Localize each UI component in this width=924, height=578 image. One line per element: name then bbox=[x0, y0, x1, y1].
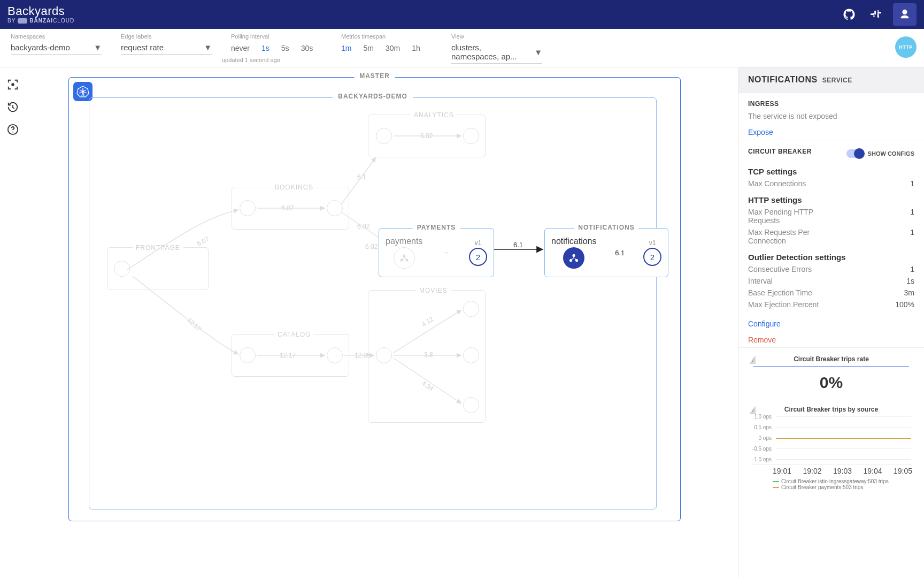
chevron-down-icon: ▼ bbox=[94, 43, 102, 52]
chart-x-ticks: 19:0119:0219:0319:0419:05 bbox=[773, 467, 912, 475]
chart-title: Circuit Breaker trips rate bbox=[748, 355, 914, 363]
brand-sub: BY BANZAICLOUD bbox=[7, 18, 74, 24]
version-label: v1 bbox=[475, 239, 482, 247]
chart-plot-area: 1.0 ops 0.5 ops 0 ops -0.5 ops -1.0 ops bbox=[751, 416, 911, 465]
panel-header: NOTIFICATIONS SERVICE bbox=[738, 67, 924, 93]
service-card-notifications[interactable]: NOTIFICATIONS notifications 6.1 v1 2 bbox=[544, 228, 668, 277]
svg-point-26 bbox=[573, 255, 575, 257]
view-select[interactable]: clusters, namespaces, ap...▼ bbox=[451, 41, 542, 64]
table-row: Consecutive Errors1 bbox=[748, 265, 914, 273]
pipeline-icon bbox=[18, 18, 27, 24]
details-panel: NOTIFICATIONS SERVICE INGRESS The servic… bbox=[738, 67, 924, 578]
tcp-settings-heading: TCP settings bbox=[748, 167, 914, 176]
service-name: payments bbox=[386, 237, 422, 246]
table-row: Base Ejection Time3m bbox=[748, 288, 914, 297]
table-row: Interval1s bbox=[748, 277, 914, 285]
ingress-heading: INGRESS bbox=[748, 100, 914, 108]
expose-link[interactable]: Expose bbox=[748, 128, 773, 136]
namespaces-label: Namespaces bbox=[11, 33, 102, 40]
version-label: v1 bbox=[649, 239, 656, 247]
remove-link[interactable]: Remove bbox=[748, 336, 776, 344]
slack-icon[interactable] bbox=[866, 5, 886, 24]
chart-trips-rate: i Circuit Breaker trips rate 0% bbox=[748, 355, 914, 398]
version-node[interactable]: 2 bbox=[643, 248, 661, 266]
namespace-label: BACKYARDS-DEMO bbox=[333, 93, 413, 100]
chart-legend: Circuit Breaker istio-ingressgateway:503… bbox=[773, 478, 914, 490]
show-configs-toggle[interactable]: SHOW CONFIGS bbox=[846, 149, 914, 158]
http-protocol-badge[interactable]: HTTP bbox=[895, 36, 917, 58]
table-row: Max Pending HTTP Requests1 bbox=[748, 208, 914, 225]
history-icon[interactable] bbox=[5, 100, 20, 115]
metrics-segmented[interactable]: 1m 5m 30m 1h bbox=[341, 41, 432, 52]
chart-title: Circuit Breaker trips by source bbox=[748, 406, 914, 413]
svg-point-23 bbox=[403, 255, 405, 256]
polling-label: Polling interval bbox=[231, 33, 322, 40]
panel-title: NOTIFICATIONS bbox=[748, 75, 818, 84]
svg-point-0 bbox=[12, 83, 14, 86]
edge-labels-select[interactable]: request rate▼ bbox=[121, 41, 212, 55]
topology-canvas[interactable]: MASTER BACKYARDS-DEMO ANALYTICS 6.02 BOO… bbox=[26, 67, 738, 578]
user-menu-button[interactable] bbox=[893, 3, 917, 26]
control-bar: Namespaces backyards-demo▼ Edge labels r… bbox=[0, 29, 924, 67]
table-row: Max Ejection Percent100% bbox=[748, 300, 914, 309]
panel-subtitle: SERVICE bbox=[822, 77, 852, 84]
http-settings-heading: HTTP settings bbox=[748, 195, 914, 204]
brand-logo[interactable]: Backyards BY BANZAICLOUD bbox=[7, 5, 74, 24]
info-icon[interactable]: i bbox=[749, 406, 756, 414]
series-line-2 bbox=[776, 438, 911, 439]
chart-value: 0% bbox=[753, 366, 909, 398]
ingress-status: The service is not exposed bbox=[748, 112, 914, 120]
service-card-title: PAYMENTS bbox=[413, 224, 460, 231]
edge-label: 6.1 bbox=[513, 241, 523, 249]
github-icon[interactable] bbox=[840, 5, 859, 24]
svg-point-2 bbox=[12, 132, 13, 133]
service-name: notifications bbox=[551, 237, 597, 246]
brand-main: Backyards bbox=[7, 5, 74, 17]
chevron-down-icon: ▼ bbox=[534, 48, 542, 57]
chart-trips-by-source: i Circuit Breaker trips by source 1.0 op… bbox=[748, 406, 914, 490]
circuit-breaker-section: CIRCUIT BREAKER SHOW CONFIGS TCP setting… bbox=[738, 140, 924, 348]
namespaces-select[interactable]: backyards-demo▼ bbox=[11, 41, 102, 55]
service-card-payments[interactable]: PAYMENTS payments → v1 2 bbox=[379, 228, 494, 277]
polling-segmented[interactable]: never 1s 5s 30s bbox=[231, 41, 322, 52]
focus-icon[interactable] bbox=[5, 77, 20, 92]
left-tool-rail bbox=[0, 67, 26, 137]
configure-link[interactable]: Configure bbox=[748, 320, 781, 328]
toggle-switch-icon bbox=[846, 149, 864, 158]
chevron-down-icon: ▼ bbox=[204, 43, 212, 52]
version-node[interactable]: 2 bbox=[469, 248, 487, 266]
table-row: Max Connections1 bbox=[748, 179, 914, 188]
last-updated: updated 1 second ago bbox=[222, 57, 280, 63]
edge-labels-label: Edge labels bbox=[121, 33, 212, 40]
cluster-label: MASTER bbox=[354, 72, 395, 80]
info-icon[interactable]: i bbox=[749, 355, 756, 364]
cb-heading: CIRCUIT BREAKER bbox=[748, 148, 812, 155]
table-row: Max Requests Per Connection1 bbox=[748, 228, 914, 245]
view-label: View bbox=[451, 33, 542, 40]
service-card-title: NOTIFICATIONS bbox=[574, 224, 638, 231]
service-icon bbox=[563, 247, 584, 269]
metrics-label: Metrics timespan bbox=[341, 33, 432, 40]
service-icon bbox=[394, 247, 415, 269]
top-nav: Backyards BY BANZAICLOUD bbox=[0, 0, 924, 29]
ingress-section: INGRESS The service is not exposed Expos… bbox=[738, 93, 924, 140]
outlier-settings-heading: Outlier Detection settings bbox=[748, 253, 914, 262]
help-icon[interactable] bbox=[5, 122, 20, 137]
